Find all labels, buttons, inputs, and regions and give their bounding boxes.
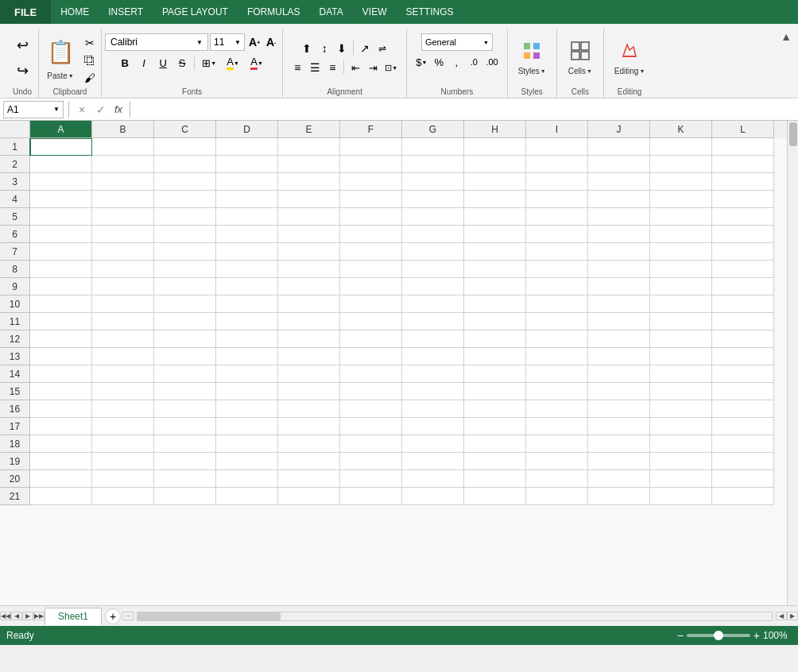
- menu-data[interactable]: DATA: [310, 0, 353, 24]
- cell-B5[interactable]: [92, 208, 154, 226]
- copy-button[interactable]: ⿻: [82, 52, 98, 68]
- font-size-selector[interactable]: 11 ▼: [210, 33, 245, 51]
- cell-L4[interactable]: [712, 191, 774, 208]
- cell-H19[interactable]: [464, 453, 526, 470]
- cell-J12[interactable]: [588, 330, 650, 348]
- cell-E11[interactable]: [278, 313, 340, 330]
- horizontal-scrollbar[interactable]: [137, 612, 773, 621]
- cell-I1[interactable]: [526, 138, 588, 156]
- cell-B4[interactable]: [92, 191, 154, 208]
- cell-L7[interactable]: [712, 243, 774, 261]
- cell-H7[interactable]: [464, 243, 526, 261]
- cell-K6[interactable]: [650, 226, 712, 243]
- cell-G4[interactable]: [402, 191, 464, 208]
- cell-J5[interactable]: [588, 208, 650, 226]
- cell-F14[interactable]: [340, 365, 402, 383]
- cell-K13[interactable]: [650, 348, 712, 365]
- cell-D11[interactable]: [216, 313, 278, 330]
- ribbon-collapse-button[interactable]: ▲: [781, 30, 792, 43]
- cell-A13[interactable]: [30, 348, 92, 365]
- cell-H17[interactable]: [464, 418, 526, 435]
- cell-I9[interactable]: [526, 278, 588, 295]
- h-scroll-thumb[interactable]: [138, 612, 281, 620]
- cell-C7[interactable]: [154, 243, 216, 261]
- menu-insert[interactable]: INSERT: [99, 0, 153, 24]
- cell-G3[interactable]: [402, 173, 464, 191]
- cell-B21[interactable]: [92, 488, 154, 505]
- cell-E5[interactable]: [278, 208, 340, 226]
- cell-D15[interactable]: [216, 383, 278, 400]
- cell-A15[interactable]: [30, 383, 92, 400]
- cell-L9[interactable]: [712, 278, 774, 295]
- row-number-18[interactable]: 18: [0, 435, 30, 453]
- cell-G11[interactable]: [402, 313, 464, 330]
- format-painter-button[interactable]: 🖌: [82, 70, 98, 86]
- cell-H12[interactable]: [464, 330, 526, 348]
- row-number-5[interactable]: 5: [0, 208, 30, 226]
- cell-E1[interactable]: [278, 138, 340, 156]
- bold-button[interactable]: B: [116, 55, 134, 71]
- fill-color-button[interactable]: A ▼: [222, 55, 244, 71]
- row-number-14[interactable]: 14: [0, 365, 30, 383]
- cell-G16[interactable]: [402, 400, 464, 418]
- cell-J9[interactable]: [588, 278, 650, 295]
- cell-A20[interactable]: [30, 470, 92, 488]
- cell-B13[interactable]: [92, 348, 154, 365]
- cell-H3[interactable]: [464, 173, 526, 191]
- cell-C5[interactable]: [154, 208, 216, 226]
- cell-H9[interactable]: [464, 278, 526, 295]
- cell-I20[interactable]: [526, 470, 588, 488]
- cell-G2[interactable]: [402, 156, 464, 173]
- cell-C2[interactable]: [154, 156, 216, 173]
- cell-G1[interactable]: [402, 138, 464, 156]
- cell-L16[interactable]: [712, 400, 774, 418]
- cell-K7[interactable]: [650, 243, 712, 261]
- cell-C6[interactable]: [154, 226, 216, 243]
- cell-G15[interactable]: [402, 383, 464, 400]
- cell-H4[interactable]: [464, 191, 526, 208]
- cell-L20[interactable]: [712, 470, 774, 488]
- cell-I17[interactable]: [526, 418, 588, 435]
- formula-input[interactable]: [135, 101, 795, 118]
- cell-J19[interactable]: [588, 453, 650, 470]
- cell-H5[interactable]: [464, 208, 526, 226]
- cell-G21[interactable]: [402, 488, 464, 505]
- conditional-formatting-button[interactable]: Styles ▼: [514, 39, 550, 77]
- cell-I10[interactable]: [526, 295, 588, 313]
- cell-F17[interactable]: [340, 418, 402, 435]
- cell-D20[interactable]: [216, 470, 278, 488]
- cell-H14[interactable]: [464, 365, 526, 383]
- cell-I2[interactable]: [526, 156, 588, 173]
- cell-A17[interactable]: [30, 418, 92, 435]
- cell-A1[interactable]: [30, 138, 92, 156]
- cell-D7[interactable]: [216, 243, 278, 261]
- text-wrap-button[interactable]: ⇌: [374, 41, 390, 56]
- col-header-C[interactable]: C: [154, 121, 216, 138]
- cell-C3[interactable]: [154, 173, 216, 191]
- cell-E15[interactable]: [278, 383, 340, 400]
- cell-J1[interactable]: [588, 138, 650, 156]
- row-number-9[interactable]: 9: [0, 278, 30, 295]
- cell-F13[interactable]: [340, 348, 402, 365]
- col-header-B[interactable]: B: [92, 121, 154, 138]
- row-number-20[interactable]: 20: [0, 470, 30, 488]
- row-number-12[interactable]: 12: [0, 330, 30, 348]
- cell-I13[interactable]: [526, 348, 588, 365]
- merge-cells-button[interactable]: ⊡▼: [382, 60, 400, 75]
- zoom-slider-thumb[interactable]: [714, 631, 723, 640]
- cell-F4[interactable]: [340, 191, 402, 208]
- cell-A9[interactable]: [30, 278, 92, 295]
- cell-A10[interactable]: [30, 295, 92, 313]
- cell-K14[interactable]: [650, 365, 712, 383]
- cell-D8[interactable]: [216, 261, 278, 278]
- cell-I18[interactable]: [526, 435, 588, 453]
- increase-decimal-button[interactable]: .00: [483, 54, 500, 70]
- cell-E14[interactable]: [278, 365, 340, 383]
- sheet-last-button[interactable]: ▶▶: [33, 612, 45, 620]
- cell-B14[interactable]: [92, 365, 154, 383]
- cell-J8[interactable]: [588, 261, 650, 278]
- cell-B12[interactable]: [92, 330, 154, 348]
- cell-L3[interactable]: [712, 173, 774, 191]
- cell-J15[interactable]: [588, 383, 650, 400]
- row-number-6[interactable]: 6: [0, 226, 30, 243]
